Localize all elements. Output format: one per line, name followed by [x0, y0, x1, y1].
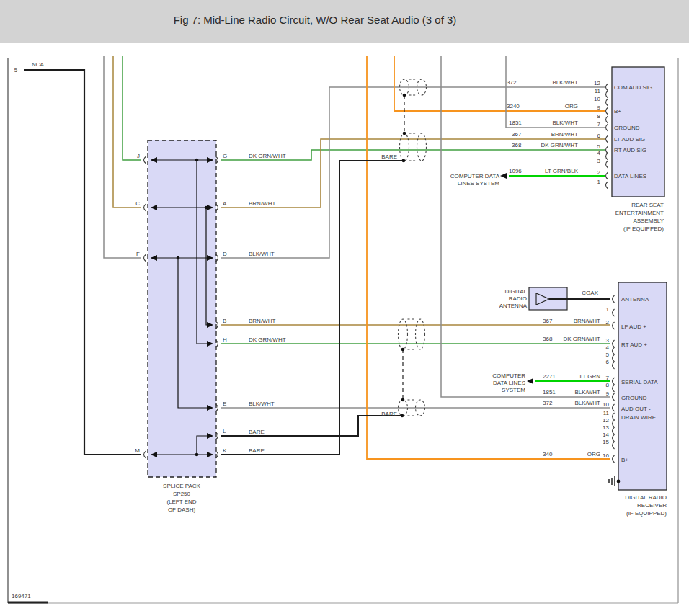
- computer-data-callout-bottom: COMPUTER DATA LINES SYSTEM: [492, 372, 525, 393]
- svg-text:9: 9: [606, 390, 610, 397]
- svg-text:1096: 1096: [509, 168, 522, 174]
- splice-pin-M: M: [135, 447, 140, 454]
- svg-text:10: 10: [594, 96, 600, 102]
- wire-nca: [24, 70, 141, 455]
- svg-text:4: 4: [606, 344, 610, 351]
- svg-text:COM AUD SIG: COM AUD SIG: [614, 84, 652, 91]
- svg-text:DATA LINES: DATA LINES: [493, 380, 525, 386]
- svg-text:BLK/WHT: BLK/WHT: [552, 120, 578, 126]
- svg-text:3: 3: [606, 337, 610, 344]
- svg-text:B+: B+: [614, 108, 621, 115]
- svg-text:COMPUTER DATA: COMPUTER DATA: [450, 173, 500, 179]
- svg-text:DK GRN/WHT: DK GRN/WHT: [563, 336, 600, 342]
- svg-text:ANTENNA: ANTENNA: [621, 296, 649, 303]
- svg-text:367: 367: [512, 131, 522, 138]
- svg-text:AUD OUT -: AUD OUT -: [621, 406, 651, 412]
- svg-text:(IF EQUIPPED): (IF EQUIPPED): [623, 226, 664, 232]
- svg-text:DRAIN WIRE: DRAIN WIRE: [621, 414, 656, 421]
- splice-pin-G: G: [223, 153, 227, 159]
- svg-text:8: 8: [606, 382, 610, 388]
- svg-text:ANTENNA: ANTENNA: [499, 303, 528, 309]
- svg-text:DK GRN/WHT: DK GRN/WHT: [541, 142, 578, 148]
- splice-wire-labels: DK GRN/WHT BRN/WHT BLK/WHT BRN/WHT DK GR…: [249, 153, 286, 454]
- svg-text:4: 4: [597, 150, 601, 156]
- splice-pin-F: F: [136, 251, 140, 257]
- grid-ref: 5: [14, 67, 18, 73]
- svg-text:12: 12: [594, 80, 600, 86]
- receiver-pin-numbers: 1 2 3 4 5 6 7 8 9 10 11 12 13 14 15 16: [603, 306, 609, 459]
- page-title: Fig 7: Mid-Line Radio Circuit, W/O Rear …: [174, 14, 457, 26]
- svg-text:BRN/WHT: BRN/WHT: [574, 318, 600, 324]
- splice-pin-H: H: [223, 336, 227, 343]
- svg-text:2: 2: [597, 169, 601, 176]
- splice-pin-E: E: [223, 401, 226, 407]
- digital-radio-receiver: 1 2 3 4 5 6 7 8 9 10 11 12 13 14 15 16 3…: [543, 282, 667, 517]
- svg-text:15: 15: [603, 439, 609, 445]
- svg-text:1: 1: [597, 179, 601, 185]
- svg-text:1: 1: [606, 306, 610, 313]
- svg-text:2271: 2271: [543, 373, 556, 380]
- wiring-diagram-page: Fig 7: Mid-Line Radio Circuit, W/O Rear …: [0, 0, 689, 616]
- svg-text:372: 372: [507, 79, 517, 86]
- rear-seat-wire-ids: 372 BLK/WHT 3240 ORG 1851 BLK/WHT 367 BR…: [507, 79, 579, 174]
- svg-text:5: 5: [606, 352, 610, 358]
- svg-text:REAR SEAT: REAR SEAT: [631, 202, 664, 208]
- computer-data-callout-top: COMPUTER DATA LINES SYSTEM: [450, 173, 500, 187]
- svg-text:ASSEMBLY: ASSEMBLY: [633, 218, 664, 224]
- nca-label: NCA: [32, 61, 45, 68]
- svg-text:368: 368: [512, 142, 522, 148]
- svg-text:BLK/WHT: BLK/WHT: [552, 79, 578, 86]
- svg-text:16: 16: [603, 452, 609, 459]
- svg-text:1851: 1851: [509, 120, 522, 126]
- svg-text:COMPUTER: COMPUTER: [492, 372, 525, 379]
- wire-label-E: BLK/WHT: [249, 401, 275, 407]
- svg-text:RECEIVER: RECEIVER: [637, 502, 667, 509]
- wiring-diagram-canvas: Fig 7: Mid-Line Radio Circuit, W/O Rear …: [0, 0, 689, 616]
- splice-caption-2: SP250: [173, 491, 191, 497]
- cable-shields: BARE BARE: [381, 79, 426, 417]
- svg-text:3: 3: [597, 158, 601, 164]
- svg-text:LF AUD +: LF AUD +: [621, 323, 646, 330]
- svg-text:SYSTEM: SYSTEM: [502, 387, 525, 393]
- splice-pack: J C F M G A D B H E L K SPLICE PACK SP25…: [135, 140, 227, 513]
- splice-pin-D: D: [223, 251, 227, 257]
- svg-text:DATA LINES: DATA LINES: [614, 173, 646, 179]
- wire-label-H: DK GRN/WHT: [249, 336, 286, 343]
- svg-text:RT AUD SIG: RT AUD SIG: [614, 147, 646, 153]
- digital-radio-antenna: DIGITAL RADIO ANTENNA COAX: [499, 287, 610, 310]
- svg-text:7: 7: [597, 121, 601, 128]
- receiver-wire-ids: 367 BRN/WHT 368 DK GRN/WHT 2271 LT GRN 1…: [543, 318, 600, 457]
- svg-text:10: 10: [603, 401, 609, 408]
- wire-label-K: BARE: [249, 447, 265, 454]
- svg-text:12: 12: [603, 417, 609, 424]
- coax-label: COAX: [582, 290, 598, 296]
- wire-bare-upper: [221, 161, 402, 455]
- svg-text:ENTERTAINMENT: ENTERTAINMENT: [615, 210, 664, 216]
- splice-caption-3: (LEFT END: [166, 499, 196, 505]
- svg-text:DIGITAL RADIO: DIGITAL RADIO: [625, 494, 667, 501]
- wire-label-B: BRN/WHT: [249, 318, 275, 324]
- svg-text:14: 14: [603, 432, 609, 438]
- svg-text:LINES SYSTEM: LINES SYSTEM: [458, 180, 500, 187]
- splice-caption-4: OF DASH): [168, 506, 196, 513]
- svg-text:3240: 3240: [507, 103, 520, 110]
- svg-text:RADIO: RADIO: [509, 295, 527, 302]
- harness-wires: [221, 56, 610, 459]
- svg-text:GROUND: GROUND: [614, 125, 640, 131]
- svg-text:368: 368: [543, 336, 553, 342]
- svg-text:DIGITAL: DIGITAL: [504, 288, 527, 295]
- svg-text:RT AUD +: RT AUD +: [621, 342, 647, 348]
- svg-text:BLK/WHT: BLK/WHT: [574, 400, 600, 406]
- svg-text:5: 5: [597, 143, 601, 150]
- wire-1851-lower: [441, 56, 610, 397]
- drawing-number: 169471: [12, 593, 31, 599]
- svg-text:LT GRN: LT GRN: [579, 373, 600, 380]
- svg-text:11: 11: [595, 88, 601, 94]
- left-feed-wires: [104, 56, 141, 258]
- svg-text:LT GRN/BLK: LT GRN/BLK: [545, 168, 579, 174]
- arrow-1096: [500, 173, 507, 179]
- wire-dkgrnwht-feed: [123, 56, 141, 160]
- svg-text:2: 2: [606, 319, 610, 326]
- shield-audio-lower: [399, 319, 425, 349]
- splice-caption-1: SPLICE PACK: [163, 483, 201, 489]
